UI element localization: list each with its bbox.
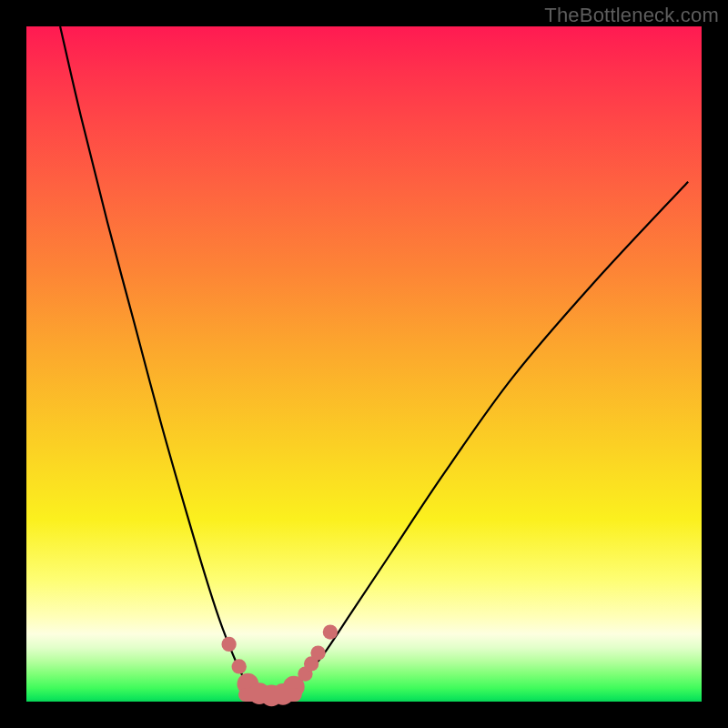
- curve-marker: [221, 637, 236, 652]
- curve-marker: [323, 624, 338, 639]
- curve-marker: [310, 645, 325, 660]
- outer-frame: TheBottleneck.com: [0, 0, 728, 728]
- chart-svg: [26, 26, 702, 702]
- plot-area: [26, 26, 702, 702]
- watermark-text: TheBottleneck.com: [544, 4, 719, 27]
- bottleneck-curve: [60, 26, 688, 697]
- curve-marker: [232, 659, 247, 673]
